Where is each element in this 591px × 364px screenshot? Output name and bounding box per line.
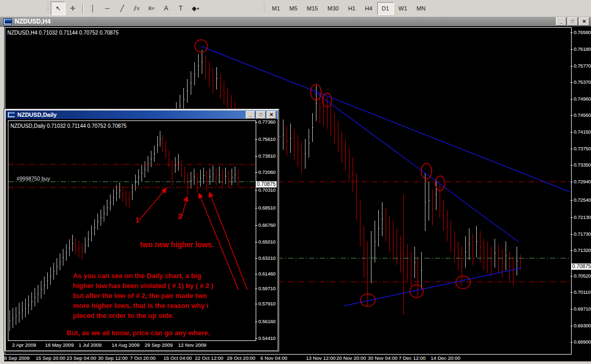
- time-axis-label: 30 Nov 04:00: [368, 355, 398, 361]
- price-axis-tick: [571, 99, 573, 100]
- price-axis-tick: [571, 32, 573, 33]
- annotation-higher-lows[interactable]: two new higher lows.: [140, 240, 214, 249]
- price-axis-tick: [571, 66, 573, 67]
- price-axis-tick: [571, 292, 573, 293]
- price-axis-label: 0.63210: [258, 255, 276, 261]
- price-axis-label: 0.75770: [574, 63, 591, 69]
- time-axis-label: 6 Nov 04:00: [260, 355, 287, 361]
- price-axis-tick: [571, 49, 573, 50]
- price-axis-tick: [571, 217, 573, 218]
- price-axis-tick: [571, 250, 573, 251]
- price-axis-tick: [255, 139, 257, 140]
- price-axis-tick: [255, 322, 257, 322]
- price-axis-label: 0.71730: [574, 231, 591, 237]
- price-axis-label: 0.57910: [258, 301, 276, 306]
- annotation-paragraph-line: As you can see on the Daily chart, a big: [73, 271, 213, 281]
- price-axis-tick: [571, 115, 573, 116]
- price-axis-tick: [571, 149, 573, 149]
- annotation-paragraph[interactable]: As you can see on the Daily chart, a big…: [73, 271, 213, 321]
- price-axis-tick: [255, 190, 257, 191]
- price-axis-tick: [255, 156, 257, 157]
- price-axis-label: 0.72540: [574, 197, 591, 203]
- time-axis-label: 15 Sep 20:00: [36, 355, 65, 361]
- time-axis-label: 22 Oct 12:00: [195, 355, 223, 361]
- time-axis-label: 18 May 2009: [45, 342, 74, 348]
- price-axis-tick: [571, 276, 573, 277]
- close-button[interactable]: ✕: [267, 111, 276, 119]
- price-axis-label: 0.68900: [574, 339, 591, 345]
- order-line-label: #9998750 buy: [17, 176, 50, 182]
- annotation-paragraph-line: but after the low of # 2, the pair made …: [73, 291, 213, 301]
- price-axis-label: 0.66760: [258, 222, 276, 228]
- price-axis-tick: [255, 258, 257, 259]
- price-axis-label: 0.65010: [258, 239, 276, 245]
- price-axis-label: 0.73350: [574, 162, 591, 168]
- price-axis-tick: [571, 182, 573, 182]
- price-axis-label: 0.74150: [574, 129, 591, 135]
- price-axis-label: 0.70310: [258, 187, 276, 193]
- price-axis-label: 0.69300: [574, 323, 591, 328]
- time-axis-label: 7 Dec 12:00: [399, 355, 425, 361]
- price-axis-label: 0.72060: [258, 169, 276, 175]
- price-axis-tick: [571, 326, 573, 326]
- price-axis-tick: [571, 165, 573, 166]
- price-axis-tick: [255, 289, 257, 289]
- time-axis-label: 12 Nov 2009: [178, 342, 206, 348]
- time-axis-label: 13 Nov 12:00: [306, 355, 336, 361]
- time-axis-label: 29 Oct 20:00: [227, 355, 255, 361]
- price-axis-tick: [571, 309, 573, 310]
- price-axis-label: 0.70520: [574, 273, 591, 279]
- price-axis-label: 0.59710: [258, 285, 276, 291]
- price-axis-tick: [255, 242, 257, 242]
- maximize-button[interactable]: □: [256, 111, 266, 119]
- price-axis-label: 0.73750: [574, 146, 591, 151]
- annotation-paragraph-line: more higher lows, that is the reason why…: [73, 301, 213, 311]
- annotation-paragraph-line: placed the order to the up side.: [73, 311, 213, 321]
- time-axis-label: 1 Jul 2009: [79, 342, 102, 348]
- price-axis-tick: [255, 122, 257, 123]
- time-axis-label: 30 Sep 12:00: [98, 355, 128, 361]
- minimize-button[interactable]: _: [246, 111, 255, 119]
- annotation-footer[interactable]: But, as we all know, price can go any wh…: [67, 329, 210, 337]
- price-axis-label: 0.74960: [574, 96, 591, 102]
- price-axis-tick: [571, 234, 573, 235]
- time-axis-label: 20 Nov 20:00: [336, 355, 366, 361]
- daily-window-titlebar[interactable]: NZDUSD,Daily _□✕: [6, 111, 278, 119]
- time-axis-label: 29 Sep 2009: [145, 342, 173, 348]
- annotation-number-2[interactable]: 2: [178, 212, 182, 220]
- daily-chart-window[interactable]: NZDUSD,Daily _□✕ NZDUSD,Daily 0.71032 0.…: [4, 109, 279, 352]
- time-axis-label: 7 Oct 20:00: [130, 355, 156, 361]
- daily-chart-area: NZDUSD,Daily 0.71032 0.71144 0.70752 0.7…: [6, 119, 278, 350]
- price-axis-tick: [255, 274, 257, 274]
- time-axis-label: 2 Apr 2009: [12, 342, 36, 348]
- price-axis-tick: [255, 304, 257, 304]
- time-axis-label: 14 Aug 2009: [112, 342, 139, 348]
- price-axis-label: 0.72130: [574, 214, 591, 220]
- price-axis-tick: [255, 338, 257, 339]
- price-axis-label: 0.73810: [258, 153, 276, 159]
- time-axis-label: 14 Dec 20:00: [431, 355, 461, 361]
- price-axis-label: 0.70110: [574, 289, 590, 295]
- ohlc-readout: NZDUSD,H4 0.71032 0.71144 0.70752 0.7087…: [7, 30, 118, 36]
- price-axis-label: 0.68510: [258, 205, 276, 211]
- price-axis-tick: [255, 225, 257, 226]
- price-axis-label: 0.76580: [574, 29, 591, 35]
- price-axis-tick: [571, 200, 573, 201]
- price-axis-label: 0.72940: [574, 179, 591, 184]
- price-axis-tick: [255, 208, 257, 208]
- chart-icon: [7, 112, 15, 118]
- window-controls: _□✕: [245, 111, 276, 119]
- ohlc-readout: NZDUSD,Daily 0.71032 0.71144 0.70752 0.7…: [10, 123, 127, 129]
- price-axis-label: 0.69710: [574, 306, 591, 312]
- time-axis-label: 23 Sep 04:00: [67, 355, 96, 361]
- price-axis-label: 0.75370: [574, 79, 591, 85]
- price-axis-label: 0.76180: [574, 46, 591, 52]
- price-axis-tick: [571, 132, 573, 133]
- price-axis-tick: [571, 342, 573, 343]
- current-price-tag: 0.70875: [571, 263, 591, 270]
- time-axis-label: 15 Oct 04:00: [163, 355, 192, 361]
- price-axis-label: 0.77360: [258, 119, 276, 125]
- price-axis-tick: [255, 172, 257, 173]
- annotation-number-1[interactable]: 1: [135, 215, 139, 224]
- annotation-paragraph-line: higher low has been violated ( # 1) by (…: [73, 281, 213, 291]
